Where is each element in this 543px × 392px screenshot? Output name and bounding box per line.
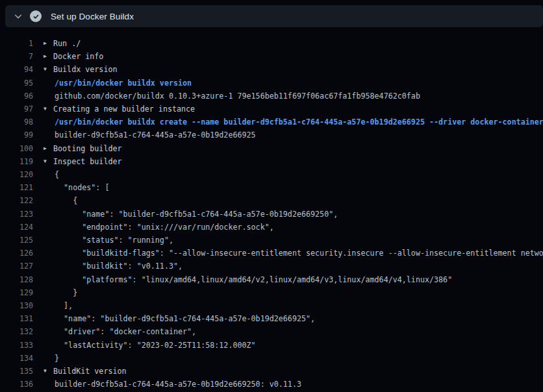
line-number[interactable]: 98 — [0, 116, 33, 129]
line-number[interactable]: 120 — [0, 168, 33, 181]
log-text: /usr/bin/docker buildx create --name bui… — [55, 116, 543, 129]
actions-log-viewer: Set up Docker Buildx 1 ▶ Run ./ 7 ▶ Dock… — [0, 5, 543, 391]
log-text: Run ./ — [53, 37, 81, 50]
line-number[interactable]: 127 — [0, 260, 33, 273]
log-text: "lastActivity": "2023-02-25T11:58:12.000… — [55, 339, 256, 352]
line-number[interactable]: 1 — [0, 37, 33, 50]
log-text: Docker info — [53, 50, 103, 63]
log-line: 120 { — [0, 168, 543, 181]
log-text: "status": "running", — [55, 234, 173, 247]
log-text: { — [55, 168, 59, 181]
line-number[interactable]: 7 — [0, 50, 33, 63]
log-text: github.com/docker/buildx 0.10.3+azure-1 … — [55, 90, 420, 103]
log-text: "platforms": "linux/amd64,linux/amd64/v2… — [55, 273, 452, 286]
log-text: "nodes": [ — [55, 181, 109, 194]
log-text: Creating a new builder instance — [53, 103, 195, 116]
log-line: 134 } — [0, 352, 543, 365]
triangle-down-icon[interactable]: ▼ — [44, 63, 50, 76]
line-number[interactable]: 119 — [0, 155, 33, 168]
log-text: BuildKit version — [53, 365, 127, 378]
log-line: 124 "endpoint": "unix:///var/run/docker.… — [0, 221, 543, 234]
line-number[interactable]: 94 — [0, 63, 33, 76]
log-line: 130 ], — [0, 299, 543, 312]
line-number[interactable]: 131 — [0, 312, 33, 325]
log-line: 96 github.com/docker/buildx 0.10.3+azure… — [0, 90, 543, 103]
line-number[interactable]: 129 — [0, 286, 33, 299]
log-text: } — [55, 286, 77, 299]
log-line: 95 /usr/bin/docker buildx version — [0, 77, 543, 90]
log-line[interactable]: 7 ▶ Docker info — [0, 50, 543, 63]
log-text: "endpoint": "unix:///var/run/docker.sock… — [55, 221, 274, 234]
log-line: 133 "lastActivity": "2023-02-25T11:58:12… — [0, 339, 543, 352]
log-line[interactable]: 119 ▼ Inspect builder — [0, 155, 543, 168]
line-number[interactable]: 99 — [0, 129, 33, 141]
log-line: 129 } — [0, 286, 543, 299]
log-text: builder-d9cfb5a1-c764-445a-a57e-0b19d2e6… — [55, 378, 301, 391]
log-line: 123 "name": "builder-d9cfb5a1-c764-445a-… — [0, 208, 543, 221]
log-text: /usr/bin/docker buildx version — [55, 77, 192, 90]
log-text: ], — [55, 299, 73, 312]
log-text: Booting builder — [53, 142, 122, 155]
log-line: 98 /usr/bin/docker buildx create --name … — [0, 116, 543, 129]
triangle-right-icon[interactable]: ▶ — [44, 142, 50, 155]
log-text: } — [55, 352, 59, 365]
log-line: 128 "platforms": "linux/amd64,linux/amd6… — [0, 273, 543, 286]
triangle-down-icon[interactable]: ▼ — [44, 365, 50, 378]
line-number[interactable]: 123 — [0, 208, 33, 221]
line-number[interactable]: 136 — [0, 378, 33, 391]
triangle-down-icon[interactable]: ▼ — [44, 155, 50, 168]
log-line: 131 "name": "builder-d9cfb5a1-c764-445a-… — [0, 312, 543, 325]
log-line[interactable]: 100 ▶ Booting builder — [0, 142, 543, 155]
line-number[interactable]: 132 — [0, 325, 33, 338]
log-line: 126 "buildkitd-flags": "--allow-insecure… — [0, 247, 543, 260]
log-line: 136 builder-d9cfb5a1-c764-445a-a57e-0b19… — [0, 378, 543, 391]
log-line[interactable]: 94 ▼ Buildx version — [0, 63, 543, 76]
line-number[interactable]: 130 — [0, 299, 33, 312]
line-number[interactable]: 128 — [0, 273, 33, 286]
log-text: "buildkitd-flags": "--allow-insecure-ent… — [55, 247, 543, 260]
line-number[interactable]: 134 — [0, 352, 33, 365]
line-number[interactable]: 124 — [0, 221, 33, 234]
log-area: 1 ▶ Run ./ 7 ▶ Docker info 94 ▼ Buildx v… — [0, 27, 543, 391]
line-number[interactable]: 97 — [0, 103, 33, 116]
triangle-right-icon[interactable]: ▶ — [44, 50, 50, 63]
triangle-down-icon[interactable]: ▼ — [44, 103, 50, 116]
log-text: Buildx version — [53, 63, 118, 76]
line-number[interactable]: 135 — [0, 365, 33, 378]
log-text: Inspect builder — [53, 155, 122, 168]
triangle-right-icon[interactable]: ▶ — [44, 37, 50, 50]
log-text: "name": "builder-d9cfb5a1-c764-445a-a57e… — [55, 312, 315, 325]
line-number[interactable]: 122 — [0, 194, 33, 207]
log-text: builder-d9cfb5a1-c764-445a-a57e-0b19d2e6… — [55, 129, 256, 141]
log-text: { — [55, 194, 77, 207]
log-line[interactable]: 135 ▼ BuildKit version — [0, 365, 543, 378]
log-line[interactable]: 97 ▼ Creating a new builder instance — [0, 103, 543, 116]
log-line: 132 "driver": "docker-container", — [0, 325, 543, 338]
chevron-down-icon[interactable] — [9, 7, 27, 25]
check-circle-icon — [30, 10, 42, 22]
log-line[interactable]: 1 ▶ Run ./ — [0, 37, 543, 50]
line-number[interactable]: 133 — [0, 339, 33, 352]
log-text: "name": "builder-d9cfb5a1-c764-445a-a57e… — [55, 208, 338, 221]
line-number[interactable]: 100 — [0, 142, 33, 155]
step-title: Set up Docker Buildx — [51, 12, 134, 21]
log-line: 99 builder-d9cfb5a1-c764-445a-a57e-0b19d… — [0, 129, 543, 141]
log-line: 125 "status": "running", — [0, 234, 543, 247]
line-number[interactable]: 95 — [0, 77, 33, 90]
log-line: 127 "buildkit": "v0.11.3", — [0, 260, 543, 273]
step-header[interactable]: Set up Docker Buildx — [5, 5, 543, 27]
line-number[interactable]: 96 — [0, 90, 33, 103]
log-text: "buildkit": "v0.11.3", — [55, 260, 183, 273]
line-number[interactable]: 121 — [0, 181, 33, 194]
log-text: "driver": "docker-container", — [55, 325, 196, 338]
log-line: 122 { — [0, 194, 543, 207]
log-line: 121 "nodes": [ — [0, 181, 543, 194]
line-number[interactable]: 125 — [0, 234, 33, 247]
line-number[interactable]: 126 — [0, 247, 33, 260]
